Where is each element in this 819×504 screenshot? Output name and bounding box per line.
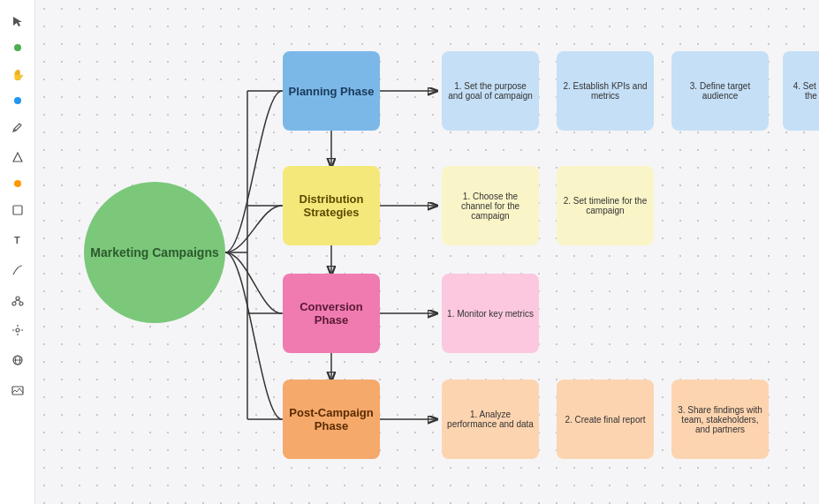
planning-sub-2: 2. Establish KPIs and metrics <box>557 51 654 131</box>
toolbar: ✋ T <box>0 0 35 504</box>
conversion-phase-box[interactable]: Conversion Phase <box>283 274 380 353</box>
cursor-icon[interactable] <box>5 9 30 34</box>
globe-icon[interactable] <box>5 348 30 372</box>
text-icon[interactable]: T <box>5 228 30 252</box>
connector-icon[interactable] <box>5 258 30 282</box>
svg-line-8 <box>18 300 21 302</box>
svg-text:T: T <box>14 235 20 245</box>
svg-marker-1 <box>13 153 22 162</box>
postcampaign-sub-3: 3. Share findings with team, stakeholder… <box>671 380 769 459</box>
postcampaign-sub-1: 1. Analyze performance and data <box>442 380 539 459</box>
svg-text:✋: ✋ <box>11 68 24 80</box>
settings-icon[interactable] <box>5 318 30 342</box>
shape-icon[interactable] <box>5 145 30 169</box>
svg-point-9 <box>16 328 19 332</box>
pencil-icon[interactable] <box>5 115 30 139</box>
svg-point-6 <box>19 302 23 305</box>
svg-line-7 <box>14 300 18 302</box>
conversion-sub-1: 1. Monitor key metrics <box>442 274 539 353</box>
distribution-sub-1: 1. Choose the channel for the campaign <box>442 166 539 245</box>
green-dot <box>14 44 21 51</box>
orange-dot <box>14 180 21 187</box>
svg-rect-2 <box>13 206 22 214</box>
planning-sub-3: 3. Define target audience <box>671 51 769 131</box>
canvas: Marketing Campaigns Planning Phase 1. Se… <box>35 0 819 504</box>
distribution-phase-box[interactable]: Distribution Strategies <box>283 166 380 245</box>
dot-row-3 <box>14 175 21 192</box>
postcampaign-phase-box[interactable]: Post-Campaign Phase <box>283 380 380 459</box>
image-icon[interactable] <box>5 378 30 402</box>
note-icon[interactable] <box>5 198 30 222</box>
planning-sub-4: 4. Set a concept for the campaign <box>783 51 819 131</box>
distribution-sub-2: 2. Set timeline for the campaign <box>557 166 654 245</box>
dot-row-2 <box>14 92 21 109</box>
center-node[interactable]: Marketing Campaigns <box>84 182 225 323</box>
hand-icon[interactable]: ✋ <box>5 62 30 87</box>
planning-sub-1: 1. Set the purpose and goal of campaign <box>442 51 539 131</box>
svg-point-4 <box>16 297 19 300</box>
svg-point-5 <box>12 302 16 305</box>
postcampaign-sub-2: 2. Create final report <box>557 380 654 459</box>
planning-phase-box[interactable]: Planning Phase <box>283 51 380 131</box>
dot-row <box>14 39 21 56</box>
group-icon[interactable] <box>5 288 30 312</box>
blue-dot <box>14 97 21 104</box>
